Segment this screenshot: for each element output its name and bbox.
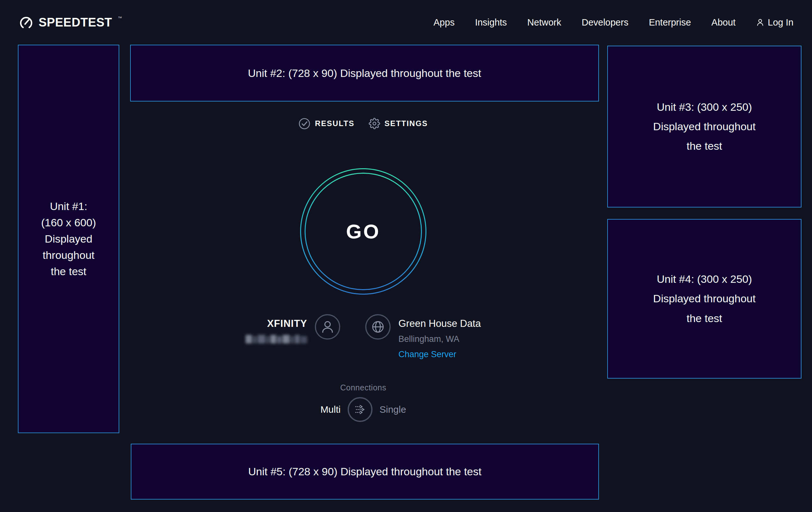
ad-unit-3-text: Unit #3: (300 x 250) Displayed throughou… <box>653 97 756 156</box>
server-name: Green House Data <box>398 318 481 329</box>
nav-item-network[interactable]: Network <box>527 17 561 28</box>
speedometer-icon <box>19 15 34 30</box>
user-icon <box>756 18 764 27</box>
isp-info: XFINITY <box>245 314 340 344</box>
connections-option-single[interactable]: Single <box>379 404 406 415</box>
logo-wordmark: SPEEDTEST <box>38 16 112 29</box>
connections-option-multi[interactable]: Multi <box>321 404 341 415</box>
nav-item-apps[interactable]: Apps <box>433 17 455 28</box>
main-content: RESULTS SETTINGS GO <box>119 45 607 504</box>
server-location: Bellingham, WA <box>398 334 481 344</box>
tab-results[interactable]: RESULTS <box>298 118 354 130</box>
top-nav-bar: SPEEDTEST ™ Apps Insights Network Develo… <box>0 0 812 45</box>
speedtest-page: SPEEDTEST ™ Apps Insights Network Develo… <box>0 0 812 512</box>
go-button[interactable]: GO <box>300 168 427 295</box>
go-button-label: GO <box>346 220 380 243</box>
connection-info-row: XFINITY <box>119 314 607 359</box>
speedtest-logo[interactable]: SPEEDTEST ™ <box>19 15 122 30</box>
ad-unit-1[interactable]: Unit #1: (160 x 600) Displayed throughou… <box>18 45 119 433</box>
ad-unit-4-text: Unit #4: (300 x 250) Displayed throughou… <box>653 269 756 328</box>
gear-icon <box>369 118 380 129</box>
ad-unit-4[interactable]: Unit #4: (300 x 250) Displayed throughou… <box>607 219 802 379</box>
nav-item-about[interactable]: About <box>712 17 736 28</box>
ad-unit-1-text: Unit #1: (160 x 600) Displayed throughou… <box>41 198 96 279</box>
connections-toggle-button[interactable] <box>348 397 373 422</box>
check-circle-icon <box>298 118 310 130</box>
multi-arrows-icon <box>353 402 368 417</box>
isp-user-icon <box>315 314 340 340</box>
isp-name: XFINITY <box>245 318 307 329</box>
main-nav: Apps Insights Network Developers Enterpr… <box>433 17 793 28</box>
ip-address-redacted <box>245 335 307 344</box>
nav-item-enterprise[interactable]: Enterprise <box>649 17 691 28</box>
tab-bar: RESULTS SETTINGS <box>119 117 607 130</box>
server-info: Green House Data Bellingham, WA Change S… <box>365 314 481 359</box>
tab-settings-label: SETTINGS <box>385 119 428 128</box>
go-button-area: GO <box>119 168 607 295</box>
nav-item-insights[interactable]: Insights <box>475 17 507 28</box>
tab-results-label: RESULTS <box>315 119 354 128</box>
connections-label: Connections <box>119 383 607 392</box>
logo-trademark: ™ <box>118 16 122 21</box>
globe-icon <box>365 314 391 340</box>
login-button[interactable]: Log In <box>756 17 793 28</box>
login-label: Log In <box>768 17 793 28</box>
nav-item-developers[interactable]: Developers <box>582 17 629 28</box>
ad-unit-3[interactable]: Unit #3: (300 x 250) Displayed throughou… <box>607 46 802 208</box>
tab-settings[interactable]: SETTINGS <box>369 118 428 129</box>
change-server-link[interactable]: Change Server <box>398 350 481 359</box>
connections-toggle-row: Multi Single <box>119 397 607 422</box>
